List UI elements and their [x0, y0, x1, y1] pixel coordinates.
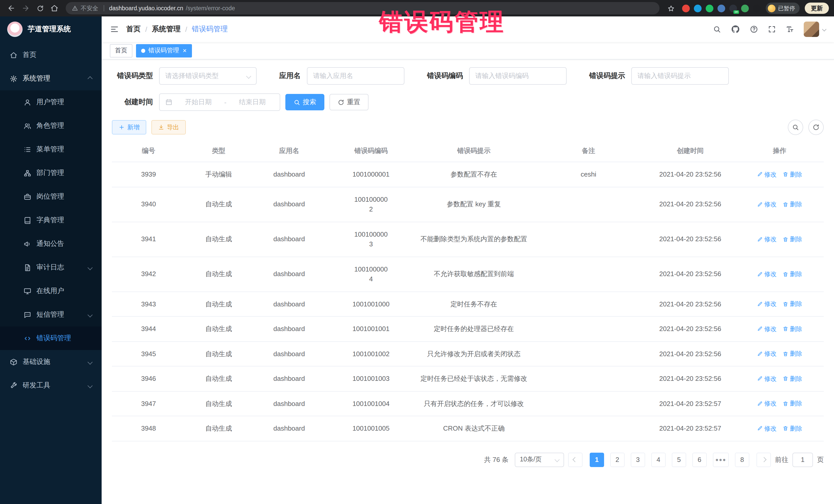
sidebar-item-label: 在线用户	[37, 286, 64, 295]
edit-link[interactable]: 修改	[757, 349, 776, 358]
browser-reload-icon[interactable]	[34, 2, 46, 14]
prev-page-button[interactable]	[568, 453, 583, 467]
refresh-table-button[interactable]	[808, 119, 824, 135]
browser-update-button[interactable]: 更新	[805, 3, 829, 14]
address-bar[interactable]: 不安全 dashboard.yudao.iocoder.cn/system/er…	[66, 2, 659, 14]
extension-pin-icon[interactable]	[753, 4, 761, 12]
sidebar-item-home[interactable]: 首页	[0, 43, 102, 67]
export-button[interactable]: 导出	[151, 120, 186, 134]
sidebar-menu: 首页系统管理用户管理角色管理菜单管理部门管理岗位管理字典管理通知公告审计日志在线…	[0, 42, 102, 397]
sidebar-item-audit-log[interactable]: 审计日志	[0, 256, 102, 279]
error-hint-input[interactable]: 请输入错误码提示	[631, 67, 729, 85]
edit-link[interactable]: 修改	[757, 269, 776, 279]
browser-forward-icon[interactable]	[20, 2, 32, 14]
user-menu[interactable]	[804, 22, 826, 37]
pager-page-8[interactable]: 8	[735, 453, 749, 467]
edit-link[interactable]: 修改	[757, 424, 776, 433]
breadcrumb-home[interactable]: 首页	[126, 25, 140, 34]
reset-button[interactable]: 重置	[329, 94, 369, 110]
edit-pencil-icon	[757, 351, 763, 357]
github-icon[interactable]	[731, 25, 740, 34]
pager-page-5[interactable]: 5	[672, 453, 686, 467]
delete-link[interactable]: 删除	[783, 300, 802, 309]
extension-red-icon[interactable]	[682, 4, 690, 12]
delete-link[interactable]: 删除	[783, 374, 802, 384]
pager-more[interactable]: ●●●	[713, 453, 729, 467]
delete-link[interactable]: 删除	[783, 235, 802, 244]
sidebar-item-dept[interactable]: 部门管理	[0, 161, 102, 185]
cell-id: 3945	[112, 342, 185, 366]
cell-code: 1001000001	[326, 162, 416, 187]
trash-icon	[783, 376, 788, 381]
font-size-icon[interactable]	[786, 25, 794, 34]
pager-page-4[interactable]: 4	[651, 453, 666, 467]
toggle-search-button[interactable]	[788, 119, 803, 135]
paused-badge[interactable]: 已暂停	[766, 3, 799, 14]
sidebar-item-role[interactable]: 角色管理	[0, 114, 102, 137]
app-logo[interactable]: 芋道管理系统	[0, 17, 102, 42]
sidebar-item-sms[interactable]: 短信管理	[0, 303, 102, 326]
delete-link[interactable]: 删除	[783, 424, 802, 433]
error-code-input[interactable]: 请输入错误码编码	[469, 67, 567, 85]
extension-blue-icon[interactable]	[694, 4, 702, 12]
app-name-input[interactable]: 请输入应用名	[307, 67, 404, 85]
sidebar-item-error-code[interactable]: 错误码管理	[0, 326, 102, 350]
edit-link[interactable]: 修改	[757, 235, 776, 244]
error-type-select[interactable]: 请选择错误码类型	[159, 67, 257, 85]
user-avatar[interactable]	[804, 22, 819, 37]
sidebar-item-menu[interactable]: 菜单管理	[0, 137, 102, 161]
edit-link[interactable]: 修改	[757, 399, 776, 408]
sidebar-item-label: 菜单管理	[37, 145, 64, 154]
edit-link[interactable]: 修改	[757, 170, 776, 179]
tab-home[interactable]: 首页	[110, 44, 132, 57]
wrench-icon	[10, 381, 18, 389]
delete-link[interactable]: 删除	[783, 200, 802, 209]
sidebar-item-post[interactable]: 岗位管理	[0, 185, 102, 209]
pager-page-3[interactable]: 3	[631, 453, 645, 467]
sidebar-item-dict[interactable]: 字典管理	[0, 209, 102, 232]
sidebar-item-devtools[interactable]: 研发工具	[0, 374, 102, 397]
pager-page-1[interactable]: 1	[590, 453, 604, 467]
delete-link[interactable]: 删除	[783, 349, 802, 358]
tab-error-code[interactable]: 错误码管理 ×	[136, 44, 192, 57]
cell-time: 2021-04-20 23:52:56	[645, 192, 736, 217]
close-tab-icon[interactable]: ×	[183, 47, 186, 54]
delete-link[interactable]: 删除	[783, 324, 802, 334]
bookmark-star-icon[interactable]	[665, 2, 677, 14]
fullscreen-icon[interactable]	[768, 25, 776, 34]
delete-link[interactable]: 删除	[783, 399, 802, 408]
edit-link[interactable]: 修改	[757, 324, 776, 334]
extension-grid-icon[interactable]	[718, 4, 725, 12]
help-icon[interactable]	[750, 25, 758, 34]
sidebar-item-notice[interactable]: 通知公告	[0, 232, 102, 256]
extension-green-check-icon[interactable]	[706, 4, 714, 12]
add-button[interactable]: 新增	[112, 120, 146, 134]
cell-remark	[532, 347, 645, 361]
sidebar-item-infra[interactable]: 基础设施	[0, 350, 102, 374]
extension-leaf-icon[interactable]	[741, 4, 749, 12]
next-page-button[interactable]	[756, 453, 771, 467]
breadcrumb-system[interactable]: 系统管理	[152, 25, 181, 34]
delete-link[interactable]: 删除	[783, 269, 802, 279]
sidebar-item-online-user[interactable]: 在线用户	[0, 279, 102, 303]
browser-home-icon[interactable]	[48, 2, 61, 14]
cell-remark	[532, 267, 645, 281]
sidebar-item-system[interactable]: 系统管理	[0, 67, 102, 90]
pager-page-6[interactable]: 6	[692, 453, 707, 467]
delete-link[interactable]: 删除	[783, 170, 802, 179]
search-icon[interactable]	[713, 25, 721, 34]
search-button[interactable]: 搜索	[285, 94, 324, 110]
goto-page-input[interactable]	[792, 453, 813, 467]
filter-type-label: 错误码类型	[112, 71, 153, 81]
extension-dark-on-icon[interactable]: on	[729, 4, 737, 12]
date-range-picker[interactable]: 开始日期 - 结束日期	[159, 93, 280, 111]
sidebar-item-user[interactable]: 用户管理	[0, 90, 102, 114]
pager-page-2[interactable]: 2	[610, 453, 624, 467]
page-size-select[interactable]: 10条/页	[515, 453, 564, 467]
edit-link[interactable]: 修改	[757, 374, 776, 384]
hamburger-icon[interactable]	[110, 25, 119, 34]
edit-link[interactable]: 修改	[757, 300, 776, 309]
doc-icon	[24, 264, 31, 271]
edit-link[interactable]: 修改	[757, 200, 776, 209]
browser-back-icon[interactable]	[5, 2, 18, 14]
